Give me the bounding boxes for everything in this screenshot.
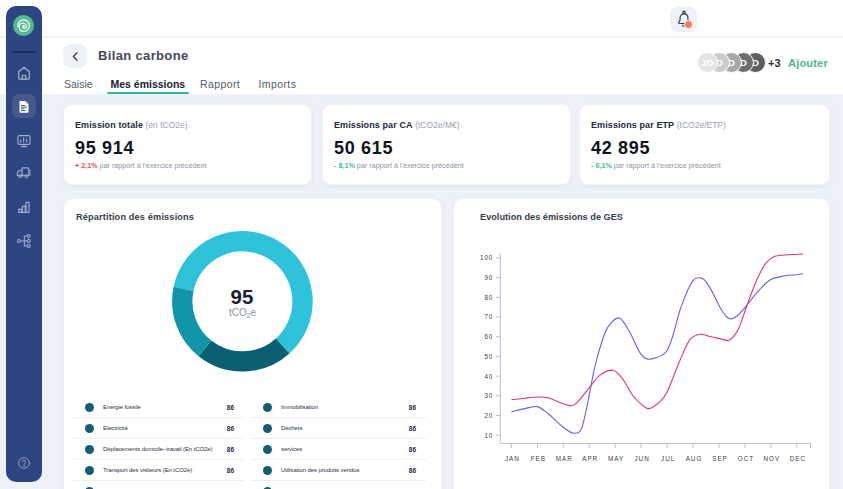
svg-text:60: 60	[484, 333, 493, 340]
svg-text:40: 40	[484, 373, 493, 380]
svg-text:APR: APR	[582, 455, 598, 462]
svg-text:OCT: OCT	[738, 455, 754, 462]
svg-text:NOV: NOV	[764, 455, 781, 462]
svg-text:20: 20	[484, 412, 493, 419]
svg-text:100: 100	[480, 254, 493, 261]
svg-text:SEP: SEP	[712, 455, 728, 462]
svg-text:DEC: DEC	[790, 455, 806, 462]
svg-text:70: 70	[484, 313, 493, 320]
svg-text:JUL: JUL	[661, 455, 675, 462]
svg-text:JUN: JUN	[634, 455, 649, 462]
svg-text:MAR: MAR	[556, 455, 573, 462]
svg-text:30: 30	[484, 392, 493, 399]
svg-text:AUG: AUG	[686, 455, 703, 462]
svg-text:10: 10	[484, 432, 493, 439]
svg-text:JAN: JAN	[505, 455, 520, 462]
svg-text:90: 90	[484, 274, 493, 281]
svg-text:FEB: FEB	[531, 455, 546, 462]
svg-text:50: 50	[484, 353, 493, 360]
svg-text:80: 80	[484, 294, 493, 301]
svg-text:MAY: MAY	[608, 455, 624, 462]
